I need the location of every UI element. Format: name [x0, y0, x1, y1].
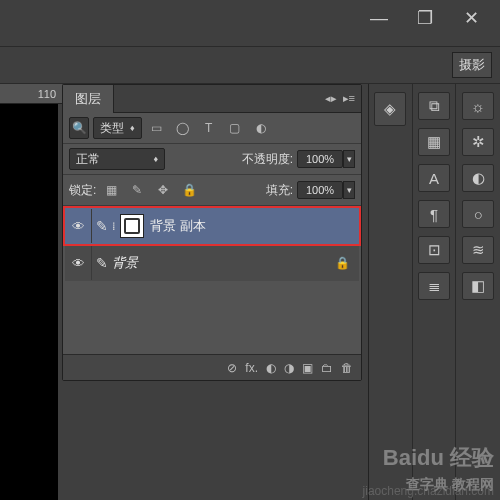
- layer-filter-type-dropdown[interactable]: 类型 ♦: [93, 117, 142, 139]
- layer-mask-thumb[interactable]: [120, 214, 144, 238]
- ruler-horizontal: 110: [0, 84, 62, 104]
- lock-label: 锁定:: [69, 182, 96, 199]
- panel-collapse-icon[interactable]: ◂▸: [325, 92, 337, 105]
- visibility-toggle[interactable]: 👁: [66, 209, 92, 243]
- canvas-area[interactable]: [0, 104, 58, 500]
- layer-row[interactable]: 👁 ✎ ⁞ 背景 副本: [65, 208, 359, 244]
- text-icon[interactable]: A: [418, 164, 450, 192]
- adjustment-layer-icon[interactable]: ◑: [284, 361, 294, 375]
- sun-icon[interactable]: ☼: [462, 92, 494, 120]
- new-layer-icon[interactable]: 🗀: [321, 361, 333, 375]
- brush-icon: ✎: [96, 255, 108, 271]
- panel-footer: ⊘ fx. ◐ ◑ ▣ 🗀 🗑: [63, 354, 361, 380]
- workspace-preset-label: 摄影: [459, 56, 485, 74]
- minimize-button[interactable]: —: [360, 3, 398, 33]
- layer-filter-type-label: 类型: [100, 120, 124, 137]
- layers-stack-icon[interactable]: ◈: [374, 92, 406, 126]
- workspace-preset-dropdown[interactable]: 摄影: [452, 52, 492, 78]
- visibility-toggle[interactable]: 👁: [66, 246, 92, 280]
- brush-icon: ✎: [96, 218, 108, 234]
- swatches-icon[interactable]: ▦: [418, 128, 450, 156]
- layer-fx-icon[interactable]: fx.: [245, 361, 258, 375]
- watermark-url: jiaocheng.chazidian.com: [363, 484, 494, 498]
- group-icon[interactable]: ▣: [302, 361, 313, 375]
- close-button[interactable]: ✕: [452, 3, 490, 33]
- link-icon: ⁞: [112, 220, 116, 233]
- lock-move-icon[interactable]: ✥: [152, 179, 174, 201]
- layer-mask-icon[interactable]: ◐: [266, 361, 276, 375]
- filter-smart-icon[interactable]: ◐: [250, 117, 272, 139]
- paragraph-icon[interactable]: ¶: [418, 200, 450, 228]
- opacity-label: 不透明度:: [242, 151, 293, 168]
- maximize-button[interactable]: ❐: [406, 3, 444, 33]
- blend-mode-value: 正常: [76, 151, 100, 168]
- right-dock: ◈ ⧉ ▦ A ¶ ⊡ ≣ ☼ ✲ ◐ ○ ≋ ◧: [368, 84, 500, 500]
- chevron-down-icon: ♦: [130, 123, 135, 133]
- opacity-stepper[interactable]: ▾: [343, 150, 355, 168]
- fill-label: 填充:: [266, 182, 293, 199]
- list-icon[interactable]: ≣: [418, 272, 450, 300]
- info-icon[interactable]: ⊡: [418, 236, 450, 264]
- link-layers-icon[interactable]: ⊘: [227, 361, 237, 375]
- lock-transparent-icon[interactable]: ▦: [100, 179, 122, 201]
- trash-icon[interactable]: 🗑: [341, 361, 353, 375]
- square-icon[interactable]: ◧: [462, 272, 494, 300]
- tab-layers[interactable]: 图层: [63, 85, 114, 113]
- layers-list: 👁 ✎ ⁞ 背景 副本 👁 ✎ 背景 🔒: [63, 206, 361, 284]
- filter-adjust-icon[interactable]: ◯: [172, 117, 194, 139]
- circle-icon[interactable]: ○: [462, 200, 494, 228]
- lock-icon: 🔒: [335, 256, 350, 270]
- filter-shape-icon[interactable]: ▢: [224, 117, 246, 139]
- adjust-icon[interactable]: ◐: [462, 164, 494, 192]
- blend-mode-dropdown[interactable]: 正常 ♦: [69, 148, 165, 170]
- filter-pixel-icon[interactable]: ▭: [146, 117, 168, 139]
- lock-paint-icon[interactable]: ✎: [126, 179, 148, 201]
- layers-empty-area[interactable]: [63, 284, 361, 354]
- history-icon[interactable]: ⧉: [418, 92, 450, 120]
- ruler-mark: 110: [38, 88, 56, 100]
- opacity-input[interactable]: 100%: [297, 150, 343, 168]
- panel-menu-icon[interactable]: ▸≡: [343, 92, 355, 105]
- fill-stepper[interactable]: ▾: [343, 181, 355, 199]
- chevron-down-icon: ♦: [153, 154, 158, 164]
- layer-filter-search[interactable]: 🔍: [69, 117, 89, 139]
- fill-input[interactable]: 100%: [297, 181, 343, 199]
- lock-all-icon[interactable]: 🔒: [178, 179, 200, 201]
- layer-name[interactable]: 背景 副本: [150, 217, 206, 235]
- layers-panel: 图层 ◂▸ ▸≡ 🔍 类型 ♦ ▭ ◯ T ▢ ◐ 正常 ♦: [62, 84, 362, 381]
- gear-icon[interactable]: ✲: [462, 128, 494, 156]
- sliders-icon[interactable]: ≋: [462, 236, 494, 264]
- filter-text-icon[interactable]: T: [198, 117, 220, 139]
- layer-row[interactable]: 👁 ✎ 背景 🔒: [65, 245, 359, 281]
- layer-name[interactable]: 背景: [112, 254, 138, 272]
